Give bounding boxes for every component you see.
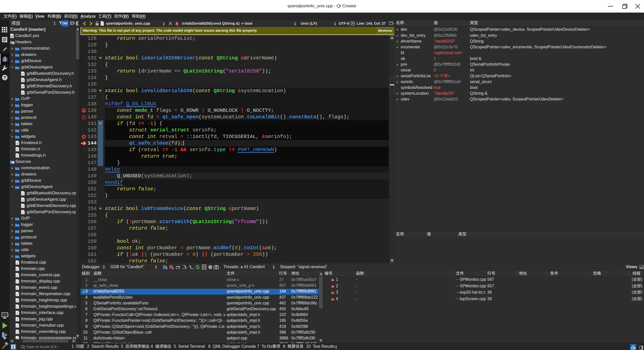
svg-text:c: c xyxy=(22,199,24,201)
svg-text:c: c xyxy=(17,331,18,334)
svg-text:c: c xyxy=(22,192,24,195)
svg-text:Qt: Qt xyxy=(11,35,13,38)
svg-text:c: c xyxy=(17,268,18,271)
svg-text:c: c xyxy=(17,325,18,327)
svg-text:?: ? xyxy=(4,75,6,80)
svg-text:c: c xyxy=(17,281,18,283)
svg-text:h: h xyxy=(17,142,18,145)
svg-text:h: h xyxy=(22,79,24,82)
svg-text:c: c xyxy=(12,161,14,164)
svg-text:h: h xyxy=(22,73,24,76)
svg-text:c: c xyxy=(17,299,18,302)
svg-text:c: c xyxy=(17,274,18,277)
svg-text:c: c xyxy=(22,211,24,214)
svg-text:c: c xyxy=(22,205,24,208)
svg-text:c: c xyxy=(17,293,18,296)
svg-text:c: c xyxy=(17,287,18,290)
svg-text:c: c xyxy=(17,262,18,264)
svg-text:h: h xyxy=(12,42,14,44)
svg-text:c: c xyxy=(17,306,18,308)
svg-text:c: c xyxy=(17,312,18,315)
svg-text:h: h xyxy=(22,92,24,94)
svg-text:h: h xyxy=(17,148,18,151)
svg-text:h: h xyxy=(17,155,18,157)
svg-text:s: s xyxy=(176,22,177,24)
svg-text:c: c xyxy=(17,318,18,321)
svg-text:h: h xyxy=(22,85,24,88)
